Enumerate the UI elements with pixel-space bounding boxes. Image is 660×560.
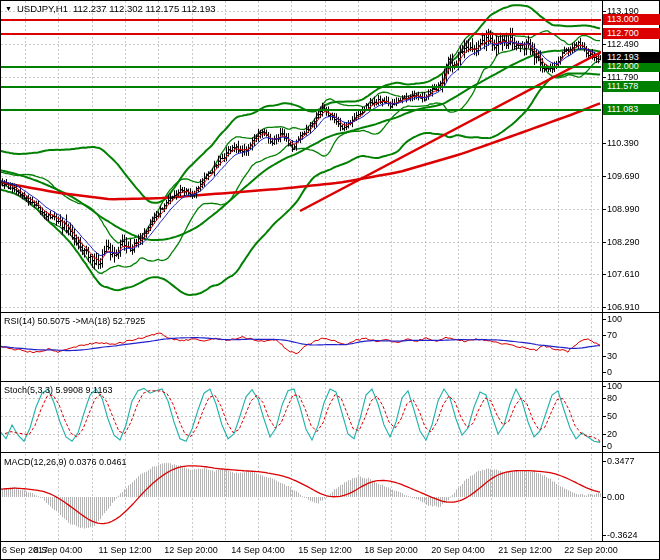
terminal-window: ▼ USDJPY,H1 112.237 112.302 112.175 112.… [0, 0, 660, 560]
symbol-dropdown-icon[interactable]: ▼ [5, 4, 12, 13]
stoch-indicator-label: Stoch(5,3,3) 5.9908 9.1163 [4, 385, 112, 395]
chart-canvas[interactable] [0, 0, 660, 560]
chart-header: ▼ USDJPY,H1 112.237 112.302 112.175 112.… [5, 3, 215, 14]
ohlc-values: 112.237 112.302 112.175 112.193 [73, 3, 215, 14]
rsi-indicator-label: RSI(14) 50.5075 ->MA(18) 52.7925 [4, 316, 145, 326]
symbol-label: USDJPY,H1 [17, 3, 68, 14]
macd-indicator-label: MACD(12,26,9) 0.0376 0.0461 [4, 457, 127, 467]
